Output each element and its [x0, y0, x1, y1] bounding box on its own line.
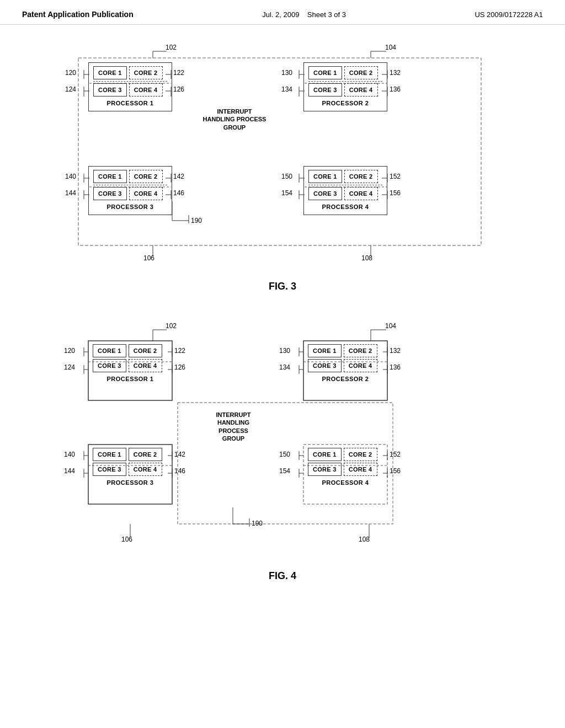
p1f4-row2: CORE 3 CORE 4 — [93, 359, 168, 372]
p4-core3: CORE 3 — [308, 187, 342, 200]
p4-row1: CORE 1 CORE 2 — [308, 170, 382, 183]
processor-2-fig3: CORE 1 CORE 2 CORE 3 CORE 4 PROCESSOR 2 — [303, 62, 387, 111]
p3-core3: CORE 3 — [93, 187, 127, 200]
p4-core1: CORE 1 — [308, 170, 342, 183]
p3-label: PROCESSOR 3 — [93, 204, 167, 210]
ref-108-fig3: 108 — [361, 254, 372, 262]
p4f4-label: PROCESSOR 4 — [308, 479, 383, 486]
ref-122-f4: 122 — [174, 347, 185, 355]
p4-label: PROCESSOR 4 — [308, 204, 382, 210]
p3-core2: CORE 2 — [129, 170, 163, 183]
header-publication: Patent Application Publication — [22, 10, 134, 19]
ref-102-fig3: 102 — [166, 44, 177, 51]
p4-row2: CORE 3 CORE 4 — [308, 187, 382, 200]
p4-fig4-inner: CORE 1 CORE 2 CORE 3 CORE 4 PROCESSOR 4 — [308, 448, 383, 486]
p4f4-core3: CORE 3 — [308, 463, 342, 476]
page-header: Patent Application Publication Jul. 2, 2… — [0, 0, 565, 25]
ref-132: 132 — [390, 69, 401, 77]
ref-150-f4: 150 — [279, 451, 290, 458]
p1f4-core2: CORE 2 — [129, 344, 162, 357]
p4-core4: CORE 4 — [344, 187, 378, 200]
p1f4-label: PROCESSOR 1 — [93, 376, 168, 382]
ref-136-f4: 136 — [390, 363, 401, 371]
p1-core2: CORE 2 — [129, 66, 163, 79]
processor-4-fig3: CORE 1 CORE 2 CORE 3 CORE 4 PROCESSOR 4 — [303, 166, 387, 215]
p4f4-core1: CORE 1 — [308, 448, 342, 461]
ref-106-fig3: 106 — [143, 254, 154, 262]
ref-146: 146 — [173, 189, 184, 197]
p4f4-row1: CORE 1 CORE 2 — [308, 448, 383, 461]
fig4-label: FIG. 4 — [33, 570, 532, 582]
p2-core1: CORE 1 — [308, 66, 342, 79]
p2-core2: CORE 2 — [344, 66, 378, 79]
ref-120-f4: 120 — [64, 347, 75, 355]
p1-row2: CORE 3 CORE 4 — [93, 83, 167, 97]
ref-150: 150 — [281, 173, 292, 180]
interrupt-label-fig4: INTERRUPTHANDLINGPROCESSGROUP — [198, 411, 269, 442]
p3f4-row1: CORE 1 CORE 2 — [93, 448, 168, 461]
interrupt-label-fig3: INTERRUPTHANDLING PROCESSGROUP — [193, 108, 276, 131]
p1-core4: CORE 4 — [129, 83, 163, 97]
ref-130: 130 — [281, 69, 292, 77]
p4f4-core2: CORE 2 — [344, 448, 377, 461]
figure-3: 102 104 CORE 1 CORE 2 CORE 3 CORE 4 PROC… — [33, 41, 532, 292]
ref-108-fig4: 108 — [359, 536, 370, 543]
p2-row2: CORE 3 CORE 4 — [308, 83, 382, 97]
p1-label: PROCESSOR 1 — [93, 100, 167, 106]
ref-142: 142 — [173, 173, 184, 180]
header-date: Jul. 2, 2009 Sheet 3 of 3 — [262, 10, 346, 19]
p3f4-label: PROCESSOR 3 — [93, 479, 168, 486]
fig3-wrapper: 102 104 CORE 1 CORE 2 CORE 3 CORE 4 PROC… — [45, 41, 520, 273]
p3f4-core1: CORE 1 — [93, 448, 126, 461]
ref-142-f4: 142 — [174, 451, 185, 458]
ref-136: 136 — [390, 85, 401, 93]
p3f4-core2: CORE 2 — [129, 448, 162, 461]
ref-130-f4: 130 — [279, 347, 290, 355]
p2f4-core3: CORE 3 — [308, 359, 342, 372]
ref-154: 154 — [281, 189, 292, 197]
ref-106-fig4: 106 — [121, 536, 132, 543]
p4-core2: CORE 2 — [344, 170, 378, 183]
processor-3-fig3: CORE 1 CORE 2 CORE 3 CORE 4 PROCESSOR 3 — [88, 166, 172, 215]
ref-132-f4: 132 — [390, 347, 401, 355]
ref-140: 140 — [65, 173, 76, 180]
ref-156-f4: 156 — [390, 467, 401, 475]
p2-fig4-inner: CORE 1 CORE 2 CORE 3 CORE 4 PROCESSOR 2 — [308, 344, 383, 382]
p2f4-label: PROCESSOR 2 — [308, 376, 383, 382]
processor-1-fig3: CORE 1 CORE 2 CORE 3 CORE 4 PROCESSOR 1 — [88, 62, 172, 111]
ref-152: 152 — [390, 173, 401, 180]
ref-190-fig4: 190 — [252, 520, 263, 527]
ref-104-fig3: 104 — [385, 44, 396, 51]
p2-core4: CORE 4 — [344, 83, 378, 97]
p1-core3: CORE 3 — [93, 83, 127, 97]
page-content: 102 104 CORE 1 CORE 2 CORE 3 CORE 4 PROC… — [0, 25, 565, 626]
p2-label: PROCESSOR 2 — [308, 100, 382, 106]
p3-core4: CORE 4 — [129, 187, 163, 200]
p1f4-core1: CORE 1 — [93, 344, 126, 357]
p2f4-core4: CORE 4 — [344, 359, 377, 372]
ref-126: 126 — [173, 85, 184, 93]
p3-core1: CORE 1 — [93, 170, 127, 183]
figure-4: 102 104 CORE 1 CORE 2 CORE 3 CORE 4 PROC… — [33, 320, 532, 582]
ref-146-f4: 146 — [174, 467, 185, 475]
fig4-wrapper: 102 104 CORE 1 CORE 2 CORE 3 CORE 4 PROC… — [45, 320, 520, 563]
p1-core1: CORE 1 — [93, 66, 127, 79]
p3f4-core4: CORE 4 — [129, 463, 162, 476]
p2-row1: CORE 1 CORE 2 — [308, 66, 382, 79]
p3f4-core3: CORE 3 — [93, 463, 126, 476]
ref-134-f4: 134 — [279, 363, 290, 371]
ref-154-f4: 154 — [279, 467, 290, 475]
ref-122: 122 — [173, 69, 184, 77]
p3-fig4-inner: CORE 1 CORE 2 CORE 3 CORE 4 PROCESSOR 3 — [93, 448, 168, 486]
ref-190-fig3: 190 — [191, 217, 202, 224]
p2f4-core2: CORE 2 — [344, 344, 377, 357]
p1f4-row1: CORE 1 CORE 2 — [93, 344, 168, 357]
ref-134: 134 — [281, 85, 292, 93]
ref-144-f4: 144 — [64, 467, 75, 475]
ref-124: 124 — [65, 85, 76, 93]
ref-140-f4: 140 — [64, 451, 75, 458]
p1-row1: CORE 1 CORE 2 — [93, 66, 167, 79]
ref-124-f4: 124 — [64, 363, 75, 371]
p3-row1: CORE 1 CORE 2 — [93, 170, 167, 183]
ref-156: 156 — [390, 189, 401, 197]
